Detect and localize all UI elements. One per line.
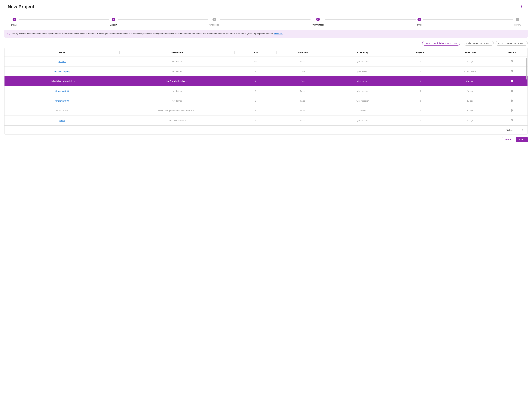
step-number: 6 xyxy=(516,18,519,21)
table-row[interactable]: WNUT TwitterNoisy user-generated content… xyxy=(4,106,528,116)
next-page-button[interactable] xyxy=(521,128,524,132)
cell-created-by: tyler-research xyxy=(329,86,397,96)
table-row[interactable]: Grundfos CNCNot defined0Falsetyler-resea… xyxy=(4,96,528,106)
step-ontologies[interactable]: 3Ontologies xyxy=(209,18,219,26)
dataset-name[interactable]: Labelled Alice In Wonderland xyxy=(49,80,75,82)
cell-last-updated: 2M ago xyxy=(444,106,496,116)
step-label: Details xyxy=(11,24,17,26)
column-header-created-by[interactable]: Created By xyxy=(329,48,397,57)
step-preannotation[interactable]: Preannotation xyxy=(312,18,324,26)
cell-projects: 0 xyxy=(397,57,444,66)
cell-last-updated: 2M ago xyxy=(444,57,496,66)
cell-projects: 0 xyxy=(397,86,444,96)
dataset-link[interactable]: Grundfos CNC xyxy=(55,100,69,102)
step-details[interactable]: Details xyxy=(11,18,17,26)
stepper: DetailsDataset3OntologiesPreannotationIn… xyxy=(4,18,528,26)
cell-projects: 0 xyxy=(397,106,444,116)
cell-annotated: True xyxy=(276,76,329,86)
content: DetailsDataset3OntologiesPreannotationIn… xyxy=(0,13,532,147)
column-header-name[interactable]: Name xyxy=(4,48,120,57)
selection-toggle[interactable] xyxy=(496,106,528,116)
chip-relation-ontology[interactable]: Relation Ontology: Not selected xyxy=(496,41,528,45)
column-header-size[interactable]: Size xyxy=(235,48,276,57)
svg-point-4 xyxy=(511,70,513,72)
info-link[interactable]: click here. xyxy=(274,32,283,35)
footer-buttons: BACK NEXT xyxy=(4,137,528,142)
cell-projects: 0 xyxy=(397,76,444,86)
table-row[interactable]: grundfosNot defined54Falsetyler-research… xyxy=(4,57,528,66)
selection-toggle[interactable] xyxy=(496,57,528,66)
cell-name: Grundfos CNC xyxy=(4,96,120,106)
scrollbar[interactable] xyxy=(526,58,527,80)
dataset-link[interactable]: Grundfos CNC xyxy=(55,90,69,92)
table-row[interactable]: fancy-donut-partyNot defined1Truetyler-r… xyxy=(4,66,528,76)
info-banner: Simply click the checkmark icon on the r… xyxy=(4,30,528,38)
table-row[interactable]: Grundfos CNCNot defined0Falsetyler-resea… xyxy=(4,86,528,96)
column-header-last-updated[interactable]: Last Updated xyxy=(444,48,496,57)
check-circle-icon xyxy=(510,61,513,63)
cell-description: Our first labelled dataset xyxy=(120,76,235,86)
column-header-annotated[interactable]: Annotated xyxy=(276,48,329,57)
dataset-link[interactable]: grundfos xyxy=(58,60,66,63)
check-circle-icon xyxy=(510,100,513,102)
svg-point-9 xyxy=(511,119,513,121)
step-dataset[interactable]: Dataset xyxy=(110,18,117,26)
check-circle-icon xyxy=(510,90,513,92)
cell-description: Noisy user-generated content from Twit… xyxy=(120,106,235,116)
cell-created-by: tyler-research xyxy=(329,66,397,76)
selection-toggle[interactable] xyxy=(496,76,528,86)
step-label: Review xyxy=(514,24,521,26)
table-row[interactable]: Labelled Alice In WonderlandOur first la… xyxy=(4,76,528,86)
cell-created-by: system xyxy=(329,106,397,116)
column-header-description[interactable]: Description xyxy=(120,48,235,57)
chip-dataset[interactable]: Dataset: Labelled Alice In Wonderland xyxy=(422,41,460,45)
checkmark-icon xyxy=(316,18,320,21)
check-circle-icon xyxy=(510,80,513,83)
column-header-selection[interactable]: Selection xyxy=(496,48,528,57)
step-label: Invite xyxy=(417,24,422,26)
selection-toggle[interactable] xyxy=(496,116,528,125)
cell-last-updated: 2M ago xyxy=(444,86,496,96)
checkmark-icon xyxy=(13,18,16,21)
cell-projects: 0 xyxy=(397,96,444,106)
cell-description: Not defined xyxy=(120,86,235,96)
cell-name: grundfos xyxy=(4,57,120,66)
chevron-left-icon xyxy=(516,129,518,131)
selection-toggle[interactable] xyxy=(496,66,528,76)
page-title: New Project xyxy=(8,4,34,9)
cell-projects: 0 xyxy=(397,66,444,76)
cell-name: fancy-donut-party xyxy=(4,66,120,76)
cell-size: 1 xyxy=(235,106,276,116)
cell-created-by: tyler-research xyxy=(329,96,397,106)
chevron-right-icon xyxy=(521,129,524,131)
dataset-link[interactable]: fancy-donut-party xyxy=(54,70,70,73)
cell-annotated: True xyxy=(276,66,329,76)
cell-name: demo xyxy=(4,116,120,125)
cell-annotated: False xyxy=(276,96,329,106)
cell-annotated: False xyxy=(276,116,329,125)
dataset-table-container: NameDescriptionSizeAnnotatedCreated ByPr… xyxy=(4,48,528,135)
table-row[interactable]: demodemo w/ extra fields4Falsetyler-rese… xyxy=(4,116,528,125)
cell-size: 1 xyxy=(235,76,276,86)
selection-toggle[interactable] xyxy=(496,86,528,96)
check-circle-icon xyxy=(510,120,513,122)
chip-entity-ontology[interactable]: Entity Ontology: Not selected xyxy=(464,41,494,45)
step-invite[interactable]: Invite xyxy=(417,18,422,26)
next-button[interactable]: NEXT xyxy=(516,137,528,142)
selection-toggle[interactable] xyxy=(496,96,528,106)
check-circle-icon xyxy=(510,110,513,112)
prev-page-button[interactable] xyxy=(515,128,518,132)
dataset-link[interactable]: demo xyxy=(59,119,65,122)
step-label: Preannotation xyxy=(312,24,324,26)
checkmark-icon xyxy=(417,18,421,21)
svg-point-8 xyxy=(511,109,513,112)
cell-name: Labelled Alice In Wonderland xyxy=(4,76,120,86)
cell-size: 1 xyxy=(235,66,276,76)
cell-description: Not defined xyxy=(120,57,235,66)
cell-created-by: tyler-research xyxy=(329,57,397,66)
cell-size: 0 xyxy=(235,96,276,106)
notifications-button[interactable] xyxy=(519,4,524,9)
step-review[interactable]: 6Review xyxy=(514,18,521,26)
column-header-projects[interactable]: Projects xyxy=(397,48,444,57)
back-button[interactable]: BACK xyxy=(502,137,514,142)
